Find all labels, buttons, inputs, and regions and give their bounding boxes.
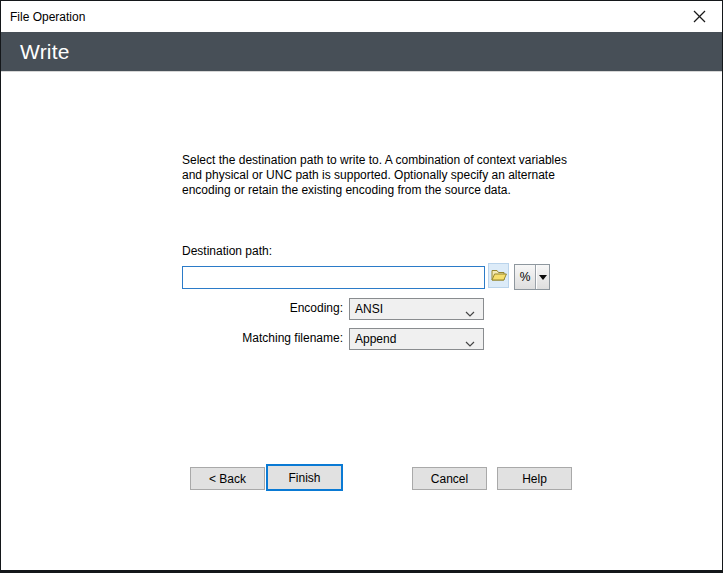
page-title: Write <box>1 40 70 64</box>
cancel-button[interactable]: Cancel <box>412 467 487 490</box>
back-button[interactable]: < Back <box>190 467 265 490</box>
encoding-label: Encoding: <box>182 301 343 315</box>
matching-filename-select[interactable]: Append <box>349 328 484 350</box>
matching-filename-label: Matching filename: <box>182 331 343 345</box>
page-description: Select the destination path to write to.… <box>182 153 570 198</box>
titlebar: File Operation <box>1 1 722 32</box>
percent-dropdown-arrow[interactable] <box>536 265 549 289</box>
triangle-down-icon <box>539 275 547 280</box>
destination-path-label: Destination path: <box>182 244 272 258</box>
window-title: File Operation <box>1 10 85 24</box>
insert-variable-split-button[interactable]: % <box>514 264 550 290</box>
chevron-down-icon <box>465 336 475 350</box>
matching-selected-value: Append <box>355 332 396 346</box>
percent-button-label[interactable]: % <box>515 265 536 289</box>
file-operation-dialog: File Operation Write Select the destinat… <box>0 0 723 573</box>
close-button[interactable] <box>677 1 722 32</box>
wizard-banner: Write <box>1 32 722 72</box>
help-button[interactable]: Help <box>497 467 572 490</box>
close-icon <box>693 10 706 23</box>
browse-folder-button[interactable] <box>488 263 509 288</box>
open-folder-icon <box>491 267 507 285</box>
encoding-selected-value: ANSI <box>355 302 383 316</box>
encoding-select[interactable]: ANSI <box>349 298 484 320</box>
finish-button[interactable]: Finish <box>266 464 343 491</box>
destination-path-input[interactable] <box>182 266 485 289</box>
chevron-down-icon <box>465 306 475 320</box>
